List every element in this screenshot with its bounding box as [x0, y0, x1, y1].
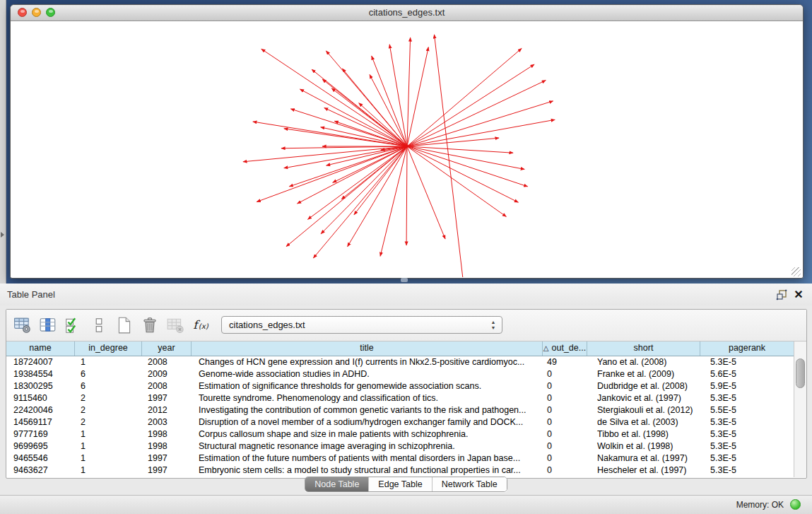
table-cell[interactable]: 1998 [142, 428, 192, 440]
table-selector-dropdown[interactable]: citations_edges.txt▲▼ [221, 316, 502, 334]
table-cell[interactable]: 6 [75, 368, 142, 380]
table-row[interactable]: 1938455462009Genome-wide association stu… [6, 368, 794, 380]
table-cell[interactable]: 14569117 [6, 416, 75, 428]
table-cell[interactable]: 18300295 [6, 380, 75, 392]
table-cell[interactable]: 0 [543, 465, 587, 477]
table-row[interactable]: 911546021997Tourette syndrome. Phenomeno… [6, 392, 794, 404]
table-cell[interactable]: Yano et al. (2008) [587, 356, 700, 368]
panel-collapse-strip[interactable] [0, 0, 6, 284]
table-cell[interactable]: Wolkin et al. (1998) [587, 440, 700, 452]
table-cell[interactable]: 1998 [142, 440, 192, 452]
table-cell[interactable]: 5.3E-5 [700, 416, 794, 428]
table-cell[interactable]: Jankovic et al. (1997) [587, 392, 700, 404]
table-cell[interactable]: 5.3E-5 [700, 465, 794, 477]
clear-selection-icon[interactable] [90, 316, 108, 334]
tab-node-table[interactable]: Node Table [305, 477, 368, 491]
table-cell[interactable]: 5.6E-5 [700, 368, 794, 380]
table-cell[interactable]: 49 [543, 356, 587, 368]
table-cell[interactable]: 0 [543, 392, 587, 404]
table-cell[interactable]: 0 [543, 416, 587, 428]
table-cell[interactable]: Franke et al. (2009) [587, 368, 700, 380]
table-cell[interactable]: Nakamura et al. (1997) [587, 452, 700, 465]
tab-edge-table[interactable]: Edge Table [368, 477, 431, 491]
table-cell[interactable]: 0 [543, 440, 587, 452]
table-cell[interactable]: 5.3E-5 [700, 392, 794, 404]
table-row[interactable]: 969969511998Structural magnetic resonanc… [6, 440, 794, 452]
table-cell[interactable]: 2 [75, 416, 142, 428]
table-cell[interactable]: 2009 [142, 368, 192, 380]
table-row[interactable]: 977716911998Corpus callosum shape and si… [6, 428, 794, 440]
column-header-title[interactable]: title [192, 341, 543, 356]
table-cell[interactable]: 5.3E-5 [700, 452, 794, 465]
table-cell[interactable]: 0 [543, 404, 587, 416]
table-cell[interactable]: Genome-wide association studies in ADHD. [192, 368, 543, 380]
table-cell[interactable]: 22420046 [6, 404, 75, 416]
panel-splitter-handle[interactable] [401, 278, 408, 282]
network-window-titlebar[interactable]: citations_edges.txt [11, 5, 803, 21]
table-row[interactable]: 946362711997Embryonic stem cells: a mode… [6, 465, 794, 477]
close-panel-icon[interactable]: ✕ [792, 288, 805, 301]
table-row[interactable]: 946554611997Estimation of the future num… [6, 452, 794, 465]
column-header-short[interactable]: short [587, 341, 700, 356]
table-cell[interactable]: 1 [75, 428, 142, 440]
close-window-button[interactable] [18, 8, 27, 17]
table-cell[interactable]: Estimation of significance thresholds fo… [192, 380, 543, 392]
table-cell[interactable]: 9777169 [6, 428, 75, 440]
minimize-window-button[interactable] [32, 8, 41, 17]
citation-network-graph[interactable] [11, 21, 801, 277]
column-header-in_degree[interactable]: in_degree [75, 341, 142, 356]
column-header-year[interactable]: year [142, 341, 192, 356]
table-vertical-scrollbar[interactable] [794, 341, 806, 477]
table-cell[interactable]: Hescheler et al. (1997) [587, 465, 700, 477]
table-cell[interactable]: Tourette syndrome. Phenomenology and cla… [192, 392, 543, 404]
new-column-icon[interactable] [115, 316, 134, 334]
table-cell[interactable]: 1 [75, 465, 142, 477]
table-cell[interactable]: Disruption of a novel member of a sodium… [192, 416, 543, 428]
table-cell[interactable]: 2 [75, 404, 142, 416]
table-cell[interactable]: Corpus callosum shape and size in male p… [192, 428, 543, 440]
table-row[interactable]: 1456911722003Disruption of a novel membe… [6, 416, 794, 428]
function-builder-icon[interactable] [192, 316, 210, 334]
table-cell[interactable]: Structural magnetic resonance image aver… [192, 440, 543, 452]
table-row[interactable]: 1830029562008Estimation of significance … [6, 380, 794, 392]
network-window[interactable]: citations_edges.txt [10, 4, 804, 279]
table-cell[interactable]: 1 [75, 356, 142, 368]
table-cell[interactable]: 9699695 [6, 440, 75, 452]
table-cell[interactable]: 1997 [142, 465, 192, 477]
delete-column-icon[interactable] [141, 316, 159, 334]
table-cell[interactable]: 2 [75, 392, 142, 404]
table-cell[interactable]: Dudbridge et al. (2008) [587, 380, 700, 392]
table-cell[interactable]: 2003 [142, 416, 192, 428]
zoom-window-button[interactable] [46, 8, 55, 17]
column-header-out_de[interactable]: △out_de... [543, 341, 587, 356]
table-cell[interactable]: 0 [543, 428, 587, 440]
table-cell[interactable]: 0 [543, 452, 587, 465]
table-cell[interactable]: 5.3E-5 [700, 428, 794, 440]
table-cell[interactable]: 1 [75, 452, 142, 465]
table-cell[interactable]: 19384554 [6, 368, 75, 380]
network-canvas[interactable] [11, 21, 801, 277]
scrollbar-thumb[interactable] [796, 358, 805, 388]
table-cell[interactable]: 9465546 [6, 452, 75, 465]
show-columns-icon[interactable] [39, 316, 57, 334]
table-cell[interactable]: Investigating the contribution of common… [192, 404, 543, 416]
table-cell[interactable]: 9115460 [6, 392, 75, 404]
table-cell[interactable]: 2008 [142, 380, 192, 392]
table-cell[interactable]: 2012 [142, 404, 192, 416]
table-cell[interactable]: de Silva et al. (2003) [587, 416, 700, 428]
column-header-pagerank[interactable]: pagerank [700, 341, 794, 356]
column-header-name[interactable]: name [6, 341, 75, 356]
table-cell[interactable]: Stergiakouli et al. (2012) [587, 404, 700, 416]
column-settings-icon[interactable] [13, 316, 32, 334]
select-all-rows-icon[interactable] [64, 316, 83, 334]
table-cell[interactable]: 18724007 [6, 356, 75, 368]
dropdown-stepper-icon[interactable]: ▲▼ [490, 320, 497, 331]
panel-expand-arrow-icon[interactable] [1, 232, 4, 238]
table-cell[interactable]: 0 [543, 380, 587, 392]
table-cell[interactable]: 1997 [142, 392, 192, 404]
table-cell[interactable]: Estimation of the future numbers of pati… [192, 452, 543, 465]
table-cell[interactable]: 1 [75, 440, 142, 452]
table-cell[interactable]: 6 [75, 380, 142, 392]
table-cell[interactable]: 5.3E-5 [700, 440, 794, 452]
table-cell[interactable]: Embryonic stem cells: a model to study s… [192, 465, 543, 477]
